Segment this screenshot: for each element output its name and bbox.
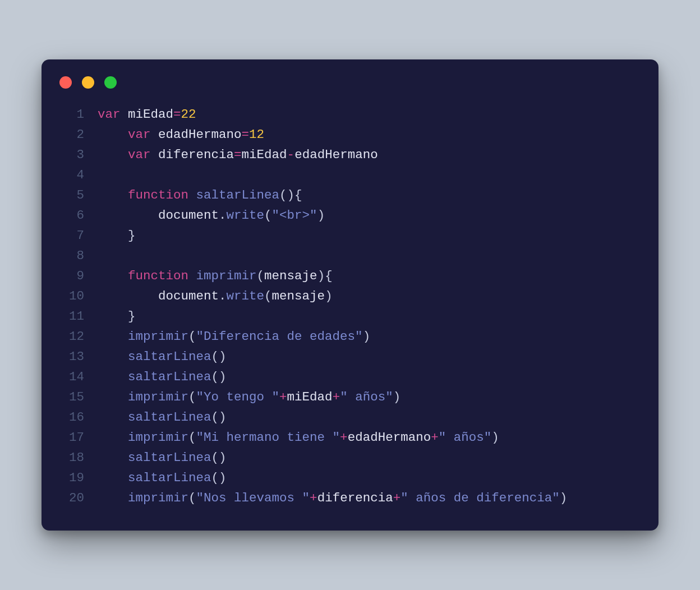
line-number: 19 xyxy=(57,468,84,488)
token-punc: () xyxy=(211,370,227,384)
code-line: 13 saltarLinea() xyxy=(57,347,643,367)
line-content: function imprimir(mensaje){ xyxy=(98,266,643,286)
code-line: 9 function imprimir(mensaje){ xyxy=(57,266,643,286)
token-punc: (){ xyxy=(279,188,302,202)
token-op: + xyxy=(393,491,401,505)
token-kw: var xyxy=(128,127,151,142)
token-id: document xyxy=(158,208,219,223)
token-punc: ) xyxy=(325,289,333,303)
token-plain xyxy=(188,188,196,202)
token-op: + xyxy=(431,430,439,445)
token-str: " años de diferencia" xyxy=(400,491,560,505)
code-line: 6 document.write("<br>") xyxy=(57,205,643,225)
line-content: saltarLinea() xyxy=(98,347,643,367)
line-number: 17 xyxy=(57,427,84,448)
token-op: = xyxy=(173,107,181,122)
minimize-icon[interactable] xyxy=(82,76,94,89)
code-line: 4 xyxy=(57,165,643,185)
line-content: function saltarLinea(){ xyxy=(98,185,643,205)
line-content: document.write(mensaje) xyxy=(98,286,643,306)
line-content: saltarLinea() xyxy=(98,468,643,488)
token-str: "<br>" xyxy=(272,208,317,223)
token-punc: () xyxy=(211,450,227,465)
token-fn: imprimir xyxy=(128,390,188,404)
line-number: 18 xyxy=(57,448,84,468)
line-content xyxy=(98,246,643,266)
code-line: 20 imprimir("Nos llevamos "+diferencia+"… xyxy=(57,488,643,508)
code-line: 10 document.write(mensaje) xyxy=(57,286,643,306)
line-number: 4 xyxy=(57,165,84,185)
token-fn: saltarLinea xyxy=(128,370,211,384)
token-punc: ) xyxy=(491,430,499,445)
token-plain xyxy=(188,269,196,283)
token-num: 22 xyxy=(181,107,196,122)
token-str: "Diferencia de edades" xyxy=(196,329,363,344)
token-punc: ( xyxy=(188,390,196,404)
line-number: 2 xyxy=(57,125,84,145)
line-number: 9 xyxy=(57,266,84,286)
token-kw: function xyxy=(128,269,188,283)
code-line: 5 function saltarLinea(){ xyxy=(57,185,643,205)
token-fn: saltarLinea xyxy=(196,188,280,202)
token-plain xyxy=(151,127,159,142)
token-id: mensaje xyxy=(264,269,317,283)
token-op: = xyxy=(234,148,242,162)
line-content: saltarLinea() xyxy=(98,407,643,427)
token-op: + xyxy=(340,430,348,445)
token-id: miEdad xyxy=(287,390,333,404)
token-kw: function xyxy=(128,188,188,202)
line-number: 20 xyxy=(57,488,84,508)
code-line: 15 imprimir("Yo tengo "+miEdad+" años") xyxy=(57,387,643,407)
code-line: 18 saltarLinea() xyxy=(57,448,643,468)
token-punc: ) xyxy=(363,329,371,344)
token-fn: saltarLinea xyxy=(128,410,211,425)
line-content: imprimir("Mi hermano tiene "+edadHermano… xyxy=(98,427,643,448)
token-punc: . xyxy=(219,289,227,303)
token-punc: ( xyxy=(188,430,196,445)
code-line: 1var miEdad=22 xyxy=(57,104,643,125)
token-id: mensaje xyxy=(272,289,325,303)
token-punc: ( xyxy=(188,491,196,505)
token-id: miEdad xyxy=(242,148,287,162)
token-punc: } xyxy=(128,228,136,243)
token-fn: write xyxy=(227,289,265,303)
code-line: 19 saltarLinea() xyxy=(57,468,643,488)
line-content: imprimir("Diferencia de edades") xyxy=(98,326,643,347)
close-icon[interactable] xyxy=(59,76,72,89)
token-op: + xyxy=(333,390,340,404)
token-punc: } xyxy=(128,309,136,324)
line-content: saltarLinea() xyxy=(98,448,643,468)
token-punc: () xyxy=(211,349,227,364)
line-number: 8 xyxy=(57,246,84,266)
line-content: } xyxy=(98,306,643,326)
token-op: + xyxy=(310,491,317,505)
token-op: = xyxy=(242,127,250,142)
token-num: 12 xyxy=(249,127,264,142)
line-number: 10 xyxy=(57,286,84,306)
token-punc: ) xyxy=(393,390,401,404)
token-str: " años" xyxy=(340,390,393,404)
code-line: 2 var edadHermano=12 xyxy=(57,125,643,145)
line-number: 13 xyxy=(57,347,84,367)
token-fn: imprimir xyxy=(196,269,257,283)
maximize-icon[interactable] xyxy=(104,76,117,89)
line-content: var edadHermano=12 xyxy=(98,125,643,145)
token-fn: saltarLinea xyxy=(128,471,211,485)
token-fn: imprimir xyxy=(128,329,188,344)
line-content: document.write("<br>") xyxy=(98,205,643,225)
code-line: 12 imprimir("Diferencia de edades") xyxy=(57,326,643,347)
token-op: + xyxy=(279,390,287,404)
token-kw: var xyxy=(128,148,151,162)
line-number: 15 xyxy=(57,387,84,407)
token-id: edadHermano xyxy=(158,127,242,142)
code-line: 17 imprimir("Mi hermano tiene "+edadHerm… xyxy=(57,427,643,448)
token-op: - xyxy=(287,148,295,162)
line-number: 6 xyxy=(57,205,84,225)
token-kw: var xyxy=(98,107,121,122)
token-fn: write xyxy=(227,208,265,223)
token-punc: . xyxy=(219,208,227,223)
line-number: 1 xyxy=(57,104,84,125)
token-punc: ) xyxy=(317,208,325,223)
code-line: 14 saltarLinea() xyxy=(57,367,643,387)
code-line: 8 xyxy=(57,246,643,266)
